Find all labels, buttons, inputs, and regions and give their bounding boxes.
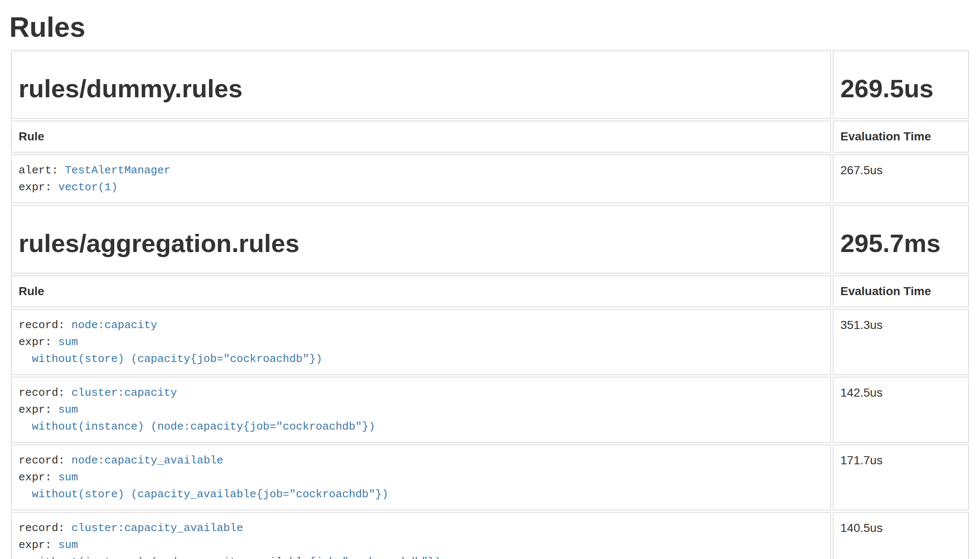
rule-key: expr: [19,403,58,416]
rule-key: alert: [19,164,65,177]
rule-group-total-evaluation-time: 295.7ms [840,230,961,258]
rule-code: record: node:capacity expr: sum without(… [19,317,823,367]
rule-code: record: cluster:capacity_available expr:… [19,520,823,559]
rule-key: expr: [19,336,58,348]
rule-code: record: cluster:capacity expr: sum witho… [19,384,823,435]
rule-link[interactable]: cluster:capacity [72,386,177,399]
rule-key: record: [19,454,72,467]
rules-table: rules/dummy.rules269.5usRuleEvaluation T… [9,49,971,559]
evaluation-time-cell: 351.3us [833,309,969,375]
evaluation-time-cell: 267.5us [833,154,969,203]
rule-cell: alert: TestAlertManager expr: vector(1) [11,154,831,203]
evaluation-time-column-header: Evaluation Time [833,121,969,153]
rule-group-file-title: rules/aggregation.rules [19,230,823,258]
rule-group-total-cell: 269.5us [833,50,969,119]
page-title: Rules [9,12,971,43]
rule-link[interactable]: node:capacity [72,319,157,332]
column-header-row: RuleEvaluation Time [11,275,969,307]
evaluation-time-column-header: Evaluation Time [833,275,969,307]
rule-key: record: [19,319,72,332]
rule-row: record: cluster:capacity expr: sum witho… [11,377,969,443]
rule-key: expr: [19,471,58,484]
rule-link[interactable]: cluster:capacity_available [72,522,243,534]
rule-key: expr: [19,181,58,194]
rule-group-header-row: rules/aggregation.rules295.7ms [11,205,969,274]
rule-link[interactable]: node:capacity_available [72,454,223,467]
rule-column-header: Rule [11,275,831,307]
rule-code: alert: TestAlertManager expr: vector(1) [19,162,823,196]
rule-group-total-evaluation-time: 269.5us [840,75,961,103]
rule-key: record: [19,522,72,534]
evaluation-time-cell: 140.5us [833,512,969,559]
rule-code: record: node:capacity_available expr: su… [19,452,823,503]
rule-row: record: node:capacity_available expr: su… [11,444,969,510]
column-header-row: RuleEvaluation Time [11,121,969,153]
rule-link[interactable]: sum without(store) (capacity{job="cockro… [19,336,322,365]
rule-row: record: cluster:capacity_available expr:… [11,512,969,559]
rule-key: record: [19,386,72,399]
rule-cell: record: node:capacity_available expr: su… [11,444,831,510]
rule-link[interactable]: sum without(store) (capacity_available{j… [19,471,388,501]
rule-row: alert: TestAlertManager expr: vector(1)2… [11,154,969,203]
rule-link[interactable]: TestAlertManager [65,164,171,177]
rule-group-header-row: rules/dummy.rules269.5us [11,50,969,119]
rule-cell: record: cluster:capacity_available expr:… [11,512,831,559]
rule-key: expr: [19,539,58,551]
rule-link[interactable]: vector(1) [58,181,118,194]
rule-group-total-cell: 295.7ms [833,205,969,274]
rule-link[interactable]: sum without(instance) (node:capacity_ava… [19,539,441,559]
rule-cell: record: cluster:capacity expr: sum witho… [11,377,831,443]
evaluation-time-cell: 142.5us [833,377,969,443]
rule-group-file-title: rules/dummy.rules [19,75,823,103]
rule-group-file-cell: rules/aggregation.rules [11,205,831,274]
rule-column-header: Rule [11,121,831,153]
rule-link[interactable]: sum without(instance) (node:capacity{job… [19,403,375,433]
rule-cell: record: node:capacity expr: sum without(… [11,309,831,375]
evaluation-time-cell: 171.7us [833,444,969,510]
rule-row: record: node:capacity expr: sum without(… [11,309,969,375]
rule-group-file-cell: rules/dummy.rules [11,50,831,119]
